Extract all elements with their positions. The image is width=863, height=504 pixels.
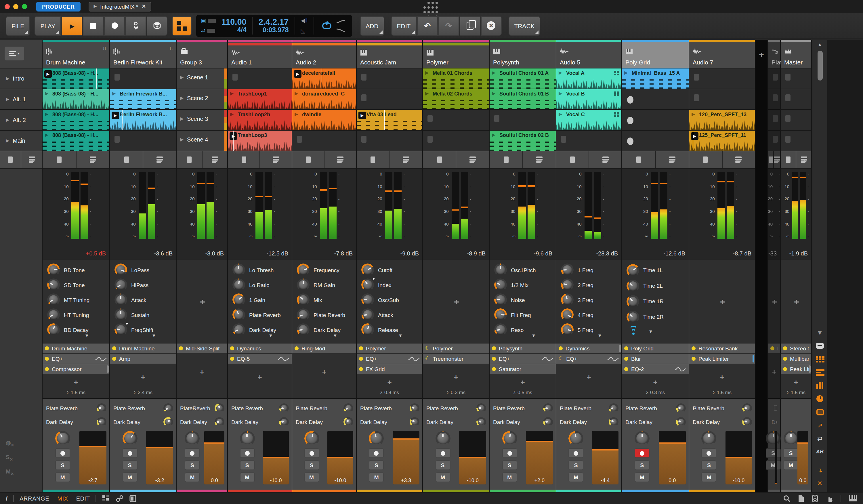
view-tab-edit[interactable]: EDIT bbox=[76, 495, 90, 501]
clip-clip[interactable]: ▶120_Perc_SPFT_13 bbox=[689, 110, 755, 130]
scene-play-icon[interactable]: ▶ bbox=[180, 96, 184, 101]
volume-fader[interactable]: -10.0 bbox=[263, 431, 289, 484]
expand-triangle-icon[interactable]: ▼ bbox=[398, 333, 403, 338]
clip-clip[interactable]: ▶dorianreduced_C bbox=[292, 89, 356, 110]
clip-playing[interactable]: ▶125_Perc_SPFT_11 bbox=[689, 130, 755, 151]
clip-play-icon[interactable]: ▶ bbox=[492, 91, 495, 96]
add-macro-button[interactable]: + bbox=[785, 262, 808, 342]
device-dynamics[interactable]: Dynamics bbox=[228, 343, 292, 353]
clip-playing[interactable]: ▶Berlin Firework B... bbox=[110, 110, 176, 130]
macro-knob-index[interactable] bbox=[361, 278, 374, 291]
macro-knob-dark-delay[interactable] bbox=[297, 323, 310, 336]
zoom-window-button[interactable] bbox=[22, 4, 27, 9]
tab-close-icon[interactable]: ✕ bbox=[141, 3, 146, 9]
add-device-button[interactable]: + bbox=[177, 354, 227, 390]
volume-fader[interactable]: -4.4 bbox=[592, 431, 618, 484]
stop-clips-button[interactable] bbox=[177, 151, 202, 168]
clip-clip[interactable]: ▶Soulful Chords 01 A bbox=[490, 68, 556, 89]
fader-value[interactable]: 0.0 bbox=[797, 478, 808, 483]
device-reverb[interactable]: Reverb bbox=[768, 343, 780, 353]
mute-button[interactable]: M bbox=[122, 473, 137, 482]
add-device-button[interactable]: + bbox=[423, 364, 489, 390]
mute-button[interactable]: M bbox=[702, 473, 716, 482]
expand-triangle-icon[interactable]: ▼ bbox=[333, 333, 337, 338]
scene-play-icon[interactable]: ▶ bbox=[6, 97, 9, 102]
scene-launch-mode-button[interactable] bbox=[21, 151, 42, 168]
device-on-icon[interactable] bbox=[624, 346, 628, 350]
stop-all-clips-button[interactable] bbox=[0, 151, 21, 168]
send-knob[interactable] bbox=[279, 417, 289, 427]
fader-value[interactable]: -10.0 bbox=[725, 478, 752, 483]
volume-fader[interactable]: -3.2 bbox=[146, 431, 173, 484]
clip-play-icon[interactable]: ▶ bbox=[230, 112, 234, 117]
loop-toggle[interactable] bbox=[322, 22, 331, 29]
device-on-icon[interactable] bbox=[559, 346, 563, 350]
mute-button[interactable]: M bbox=[502, 473, 517, 482]
pan-knob[interactable] bbox=[502, 431, 517, 446]
device-amp[interactable]: Amp bbox=[110, 354, 176, 364]
clip-play-icon[interactable]: ▶ bbox=[295, 112, 298, 117]
overdub-button[interactable] bbox=[147, 16, 168, 35]
alt-launch-button[interactable] bbox=[260, 151, 292, 168]
clip-launcher-toggle[interactable] bbox=[172, 16, 192, 35]
record-arm-button[interactable] bbox=[304, 448, 319, 458]
stop-clips-button[interactable] bbox=[42, 151, 76, 168]
fader-value[interactable]: 0.0 bbox=[204, 478, 224, 483]
add-macro-button[interactable]: + bbox=[694, 262, 751, 342]
note-link-icon[interactable] bbox=[116, 494, 124, 502]
clip-play-icon[interactable]: ▶ bbox=[624, 70, 628, 75]
automation-write-button[interactable] bbox=[126, 16, 147, 35]
device-on-icon[interactable] bbox=[783, 357, 787, 361]
pan-knob[interactable] bbox=[635, 431, 650, 446]
scene-play-icon[interactable]: ▶ bbox=[6, 76, 9, 81]
position-display[interactable]: 2.4.2.17 0:03.978 bbox=[259, 18, 289, 34]
clip-play-icon[interactable]: ▶ bbox=[45, 132, 48, 138]
add-device-button[interactable]: + bbox=[292, 354, 356, 390]
stop-clips-button[interactable] bbox=[781, 151, 796, 168]
device-multiband-fx-3[interactable]: Multiband FX-3 bbox=[781, 354, 811, 364]
add-device-button[interactable]: + bbox=[622, 375, 689, 390]
delete-button[interactable]: ✕ bbox=[481, 16, 501, 35]
add-macro-button[interactable]: + bbox=[181, 262, 224, 342]
pan-knob[interactable] bbox=[783, 431, 798, 446]
clip-playing-icon[interactable]: ▶ bbox=[359, 112, 366, 119]
record-button[interactable] bbox=[104, 16, 125, 35]
device-compressor[interactable]: Compressor bbox=[42, 364, 109, 374]
volume-fader[interactable] bbox=[775, 431, 777, 484]
track-name[interactable]: Berlin Firework Kit bbox=[113, 59, 162, 66]
meter-db-value[interactable]: -8.7 dB bbox=[733, 250, 752, 256]
meter-db-value[interactable]: -7.8 dB bbox=[334, 250, 353, 256]
clip-play-icon[interactable]: ▶ bbox=[425, 70, 429, 75]
device-on-icon[interactable] bbox=[359, 357, 363, 361]
scroll-up-icon[interactable]: ▲ bbox=[817, 42, 822, 47]
clip-clip[interactable]: ▶Soulful Chords 01 B bbox=[490, 89, 556, 110]
expand-triangle-icon[interactable]: ▼ bbox=[531, 333, 536, 338]
clip-clip[interactable]: ▶Vocal A bbox=[556, 68, 621, 89]
macro-knob-cutoff[interactable] bbox=[361, 264, 374, 276]
device-on-icon[interactable] bbox=[783, 367, 787, 371]
device-poly-grid[interactable]: Poly Grid bbox=[622, 343, 689, 353]
track-header-plate-reverb[interactable]: Plate Reverb bbox=[768, 40, 780, 68]
device-scrollbar[interactable] bbox=[809, 365, 811, 373]
scene-row-3[interactable]: ▶Main bbox=[0, 130, 42, 151]
record-arm-button[interactable] bbox=[240, 448, 254, 458]
virtual-keyboard-icon[interactable] bbox=[849, 495, 857, 502]
group-scene-slot[interactable]: ▶ Scene 4 bbox=[177, 130, 227, 151]
scene-play-icon[interactable]: ▶ bbox=[180, 116, 184, 122]
stop-clips-button[interactable] bbox=[689, 151, 722, 168]
device-eq-[interactable]: EQ+ bbox=[490, 354, 556, 364]
fader-value[interactable]: -3.2 bbox=[146, 478, 173, 483]
track-name[interactable]: Audio 7 bbox=[693, 59, 713, 66]
clip-slot-empty[interactable] bbox=[423, 130, 489, 151]
send-knob[interactable] bbox=[410, 417, 420, 427]
macro-knob-filt-freq[interactable] bbox=[494, 308, 507, 321]
tempo-value[interactable]: 110.00 bbox=[222, 18, 247, 26]
solo-button[interactable]: S bbox=[185, 460, 200, 470]
send-knob[interactable] bbox=[215, 403, 224, 413]
expand-triangle-icon[interactable]: ▼ bbox=[598, 333, 602, 338]
browser-search-icon[interactable] bbox=[783, 494, 790, 502]
pan-knob[interactable] bbox=[304, 431, 319, 446]
macro-knob-freqshift[interactable] bbox=[114, 323, 127, 336]
device-ring-mod[interactable]: Ring-Mod bbox=[292, 343, 356, 353]
track-header-poly-grid[interactable]: Poly Grid bbox=[622, 40, 689, 68]
